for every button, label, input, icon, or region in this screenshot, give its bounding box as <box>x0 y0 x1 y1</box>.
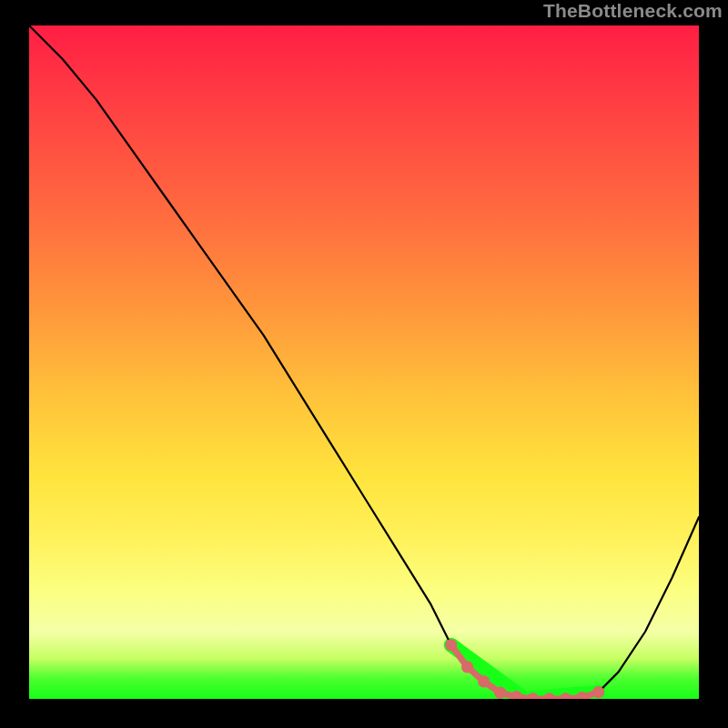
bead-dot <box>478 675 490 687</box>
curve-overlay <box>29 25 699 699</box>
bead-dot <box>592 686 604 698</box>
chart-frame: TheBottleneck.com <box>0 0 728 728</box>
bead-dot <box>494 687 506 699</box>
bead-dot <box>445 639 457 651</box>
bottleneck-curve <box>29 25 699 699</box>
watermark-text: TheBottleneck.com <box>543 0 723 22</box>
bead-dot <box>461 661 473 672</box>
plot-area <box>29 25 699 699</box>
